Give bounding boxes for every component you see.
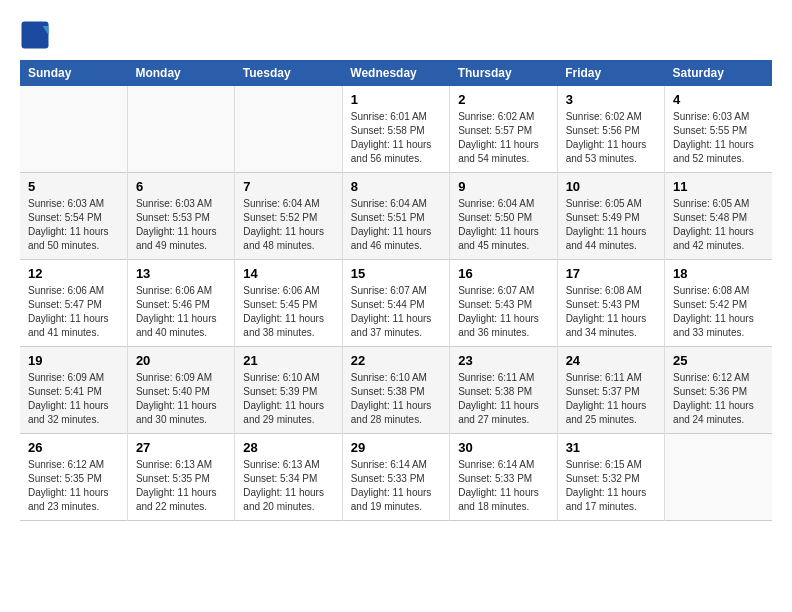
page-header bbox=[20, 20, 772, 50]
svg-rect-0 bbox=[22, 22, 49, 49]
day-number: 14 bbox=[243, 266, 333, 281]
calendar-cell: 27Sunrise: 6:13 AM Sunset: 5:35 PM Dayli… bbox=[127, 434, 234, 521]
day-info: Sunrise: 6:03 AM Sunset: 5:54 PM Dayligh… bbox=[28, 197, 119, 253]
day-number: 10 bbox=[566, 179, 656, 194]
calendar-cell: 23Sunrise: 6:11 AM Sunset: 5:38 PM Dayli… bbox=[450, 347, 557, 434]
calendar-week-row: 19Sunrise: 6:09 AM Sunset: 5:41 PM Dayli… bbox=[20, 347, 772, 434]
day-info: Sunrise: 6:14 AM Sunset: 5:33 PM Dayligh… bbox=[458, 458, 548, 514]
calendar-cell: 10Sunrise: 6:05 AM Sunset: 5:49 PM Dayli… bbox=[557, 173, 664, 260]
calendar-cell: 29Sunrise: 6:14 AM Sunset: 5:33 PM Dayli… bbox=[342, 434, 449, 521]
calendar-cell: 18Sunrise: 6:08 AM Sunset: 5:42 PM Dayli… bbox=[665, 260, 772, 347]
day-info: Sunrise: 6:13 AM Sunset: 5:34 PM Dayligh… bbox=[243, 458, 333, 514]
day-number: 17 bbox=[566, 266, 656, 281]
day-info: Sunrise: 6:04 AM Sunset: 5:50 PM Dayligh… bbox=[458, 197, 548, 253]
day-number: 26 bbox=[28, 440, 119, 455]
day-info: Sunrise: 6:04 AM Sunset: 5:51 PM Dayligh… bbox=[351, 197, 441, 253]
calendar-cell: 4Sunrise: 6:03 AM Sunset: 5:55 PM Daylig… bbox=[665, 86, 772, 173]
day-number: 1 bbox=[351, 92, 441, 107]
day-info: Sunrise: 6:06 AM Sunset: 5:46 PM Dayligh… bbox=[136, 284, 226, 340]
day-number: 30 bbox=[458, 440, 548, 455]
day-number: 31 bbox=[566, 440, 656, 455]
day-number: 22 bbox=[351, 353, 441, 368]
day-info: Sunrise: 6:08 AM Sunset: 5:43 PM Dayligh… bbox=[566, 284, 656, 340]
day-info: Sunrise: 6:06 AM Sunset: 5:45 PM Dayligh… bbox=[243, 284, 333, 340]
day-info: Sunrise: 6:06 AM Sunset: 5:47 PM Dayligh… bbox=[28, 284, 119, 340]
calendar-cell: 3Sunrise: 6:02 AM Sunset: 5:56 PM Daylig… bbox=[557, 86, 664, 173]
day-info: Sunrise: 6:05 AM Sunset: 5:49 PM Dayligh… bbox=[566, 197, 656, 253]
calendar-week-row: 12Sunrise: 6:06 AM Sunset: 5:47 PM Dayli… bbox=[20, 260, 772, 347]
day-info: Sunrise: 6:12 AM Sunset: 5:35 PM Dayligh… bbox=[28, 458, 119, 514]
calendar-cell: 7Sunrise: 6:04 AM Sunset: 5:52 PM Daylig… bbox=[235, 173, 342, 260]
day-info: Sunrise: 6:10 AM Sunset: 5:38 PM Dayligh… bbox=[351, 371, 441, 427]
day-info: Sunrise: 6:02 AM Sunset: 5:57 PM Dayligh… bbox=[458, 110, 548, 166]
day-number: 3 bbox=[566, 92, 656, 107]
day-info: Sunrise: 6:08 AM Sunset: 5:42 PM Dayligh… bbox=[673, 284, 764, 340]
day-info: Sunrise: 6:04 AM Sunset: 5:52 PM Dayligh… bbox=[243, 197, 333, 253]
calendar-cell: 25Sunrise: 6:12 AM Sunset: 5:36 PM Dayli… bbox=[665, 347, 772, 434]
weekday-header: Saturday bbox=[665, 60, 772, 86]
day-number: 7 bbox=[243, 179, 333, 194]
calendar-cell: 14Sunrise: 6:06 AM Sunset: 5:45 PM Dayli… bbox=[235, 260, 342, 347]
logo bbox=[20, 20, 54, 50]
calendar-cell: 31Sunrise: 6:15 AM Sunset: 5:32 PM Dayli… bbox=[557, 434, 664, 521]
weekday-header: Wednesday bbox=[342, 60, 449, 86]
day-info: Sunrise: 6:01 AM Sunset: 5:58 PM Dayligh… bbox=[351, 110, 441, 166]
day-number: 13 bbox=[136, 266, 226, 281]
calendar-cell: 6Sunrise: 6:03 AM Sunset: 5:53 PM Daylig… bbox=[127, 173, 234, 260]
calendar-cell: 16Sunrise: 6:07 AM Sunset: 5:43 PM Dayli… bbox=[450, 260, 557, 347]
day-number: 4 bbox=[673, 92, 764, 107]
day-number: 27 bbox=[136, 440, 226, 455]
logo-icon bbox=[20, 20, 50, 50]
calendar-week-row: 26Sunrise: 6:12 AM Sunset: 5:35 PM Dayli… bbox=[20, 434, 772, 521]
calendar-cell bbox=[235, 86, 342, 173]
calendar-cell: 5Sunrise: 6:03 AM Sunset: 5:54 PM Daylig… bbox=[20, 173, 127, 260]
day-info: Sunrise: 6:15 AM Sunset: 5:32 PM Dayligh… bbox=[566, 458, 656, 514]
calendar-cell: 30Sunrise: 6:14 AM Sunset: 5:33 PM Dayli… bbox=[450, 434, 557, 521]
day-info: Sunrise: 6:07 AM Sunset: 5:44 PM Dayligh… bbox=[351, 284, 441, 340]
calendar-cell: 13Sunrise: 6:06 AM Sunset: 5:46 PM Dayli… bbox=[127, 260, 234, 347]
calendar-cell bbox=[665, 434, 772, 521]
calendar-cell: 24Sunrise: 6:11 AM Sunset: 5:37 PM Dayli… bbox=[557, 347, 664, 434]
calendar-cell: 21Sunrise: 6:10 AM Sunset: 5:39 PM Dayli… bbox=[235, 347, 342, 434]
day-number: 21 bbox=[243, 353, 333, 368]
weekday-header: Tuesday bbox=[235, 60, 342, 86]
day-number: 5 bbox=[28, 179, 119, 194]
day-number: 24 bbox=[566, 353, 656, 368]
calendar-cell: 17Sunrise: 6:08 AM Sunset: 5:43 PM Dayli… bbox=[557, 260, 664, 347]
weekday-header: Sunday bbox=[20, 60, 127, 86]
day-info: Sunrise: 6:03 AM Sunset: 5:53 PM Dayligh… bbox=[136, 197, 226, 253]
calendar-header-row: SundayMondayTuesdayWednesdayThursdayFrid… bbox=[20, 60, 772, 86]
day-number: 2 bbox=[458, 92, 548, 107]
day-info: Sunrise: 6:13 AM Sunset: 5:35 PM Dayligh… bbox=[136, 458, 226, 514]
day-number: 8 bbox=[351, 179, 441, 194]
day-info: Sunrise: 6:02 AM Sunset: 5:56 PM Dayligh… bbox=[566, 110, 656, 166]
day-number: 9 bbox=[458, 179, 548, 194]
day-number: 20 bbox=[136, 353, 226, 368]
calendar-cell: 15Sunrise: 6:07 AM Sunset: 5:44 PM Dayli… bbox=[342, 260, 449, 347]
weekday-header: Thursday bbox=[450, 60, 557, 86]
calendar-cell bbox=[127, 86, 234, 173]
day-info: Sunrise: 6:12 AM Sunset: 5:36 PM Dayligh… bbox=[673, 371, 764, 427]
day-number: 11 bbox=[673, 179, 764, 194]
day-info: Sunrise: 6:05 AM Sunset: 5:48 PM Dayligh… bbox=[673, 197, 764, 253]
calendar-table: SundayMondayTuesdayWednesdayThursdayFrid… bbox=[20, 60, 772, 521]
day-info: Sunrise: 6:11 AM Sunset: 5:37 PM Dayligh… bbox=[566, 371, 656, 427]
calendar-cell: 11Sunrise: 6:05 AM Sunset: 5:48 PM Dayli… bbox=[665, 173, 772, 260]
calendar-cell: 28Sunrise: 6:13 AM Sunset: 5:34 PM Dayli… bbox=[235, 434, 342, 521]
calendar-cell: 20Sunrise: 6:09 AM Sunset: 5:40 PM Dayli… bbox=[127, 347, 234, 434]
day-number: 6 bbox=[136, 179, 226, 194]
calendar-cell: 8Sunrise: 6:04 AM Sunset: 5:51 PM Daylig… bbox=[342, 173, 449, 260]
day-number: 29 bbox=[351, 440, 441, 455]
calendar-cell: 22Sunrise: 6:10 AM Sunset: 5:38 PM Dayli… bbox=[342, 347, 449, 434]
day-number: 23 bbox=[458, 353, 548, 368]
day-info: Sunrise: 6:07 AM Sunset: 5:43 PM Dayligh… bbox=[458, 284, 548, 340]
day-number: 12 bbox=[28, 266, 119, 281]
calendar-week-row: 5Sunrise: 6:03 AM Sunset: 5:54 PM Daylig… bbox=[20, 173, 772, 260]
day-info: Sunrise: 6:03 AM Sunset: 5:55 PM Dayligh… bbox=[673, 110, 764, 166]
day-info: Sunrise: 6:09 AM Sunset: 5:41 PM Dayligh… bbox=[28, 371, 119, 427]
day-info: Sunrise: 6:10 AM Sunset: 5:39 PM Dayligh… bbox=[243, 371, 333, 427]
day-info: Sunrise: 6:09 AM Sunset: 5:40 PM Dayligh… bbox=[136, 371, 226, 427]
day-number: 28 bbox=[243, 440, 333, 455]
day-number: 19 bbox=[28, 353, 119, 368]
day-number: 18 bbox=[673, 266, 764, 281]
